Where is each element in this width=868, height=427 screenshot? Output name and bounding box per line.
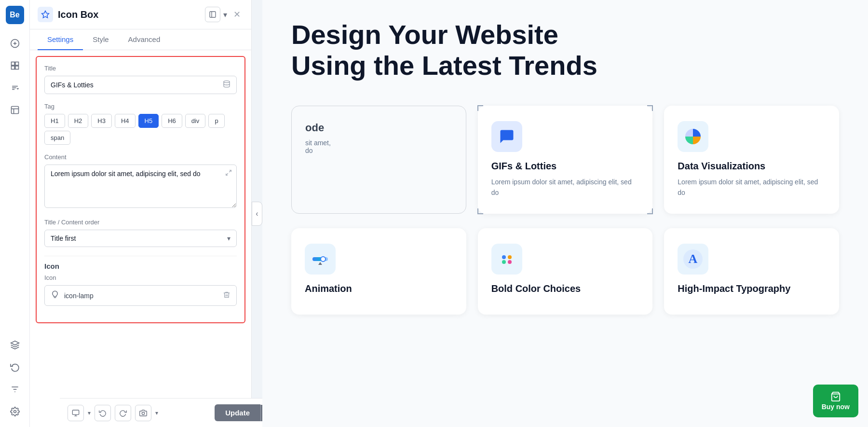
order-select[interactable]: Title first Content first [51,234,227,242]
monitor-arrow[interactable]: ▾ [88,410,91,416]
tab-style[interactable]: Style [83,29,118,50]
order-label: Title / Content order [44,219,237,226]
tag-h4[interactable]: H4 [115,114,136,128]
tag-h5[interactable]: H5 [138,114,159,128]
svg-marker-18 [42,11,49,18]
tag-span[interactable]: span [44,131,70,145]
expand-icon [225,169,232,178]
icon-field-value: icon-lamp [64,292,218,300]
icon-field-group: Icon icon-lamp [44,274,237,306]
svg-point-37 [508,260,512,264]
panel-dropdown-arrow[interactable]: ▾ [223,10,227,19]
tab-advanced[interactable]: Advanced [119,29,170,50]
order-group: Title / Content order Title first Conten… [44,219,237,247]
svg-point-36 [502,260,506,264]
toolbar-widget[interactable] [5,100,25,120]
svg-rect-24 [72,410,79,414]
title-group: Title GIFs & Lotties [44,65,237,94]
database-icon [223,80,231,90]
corner-bl [477,208,483,214]
buy-now-button[interactable]: Buy now [813,385,858,417]
content-textarea-wrapper: Lorem ipsum dolor sit amet, adipiscing e… [44,165,237,210]
left-toolbar: Be [0,0,30,427]
typography-icon-wrapper: A [678,244,708,275]
tag-h1[interactable]: H1 [44,114,65,128]
gifs-card-text: Lorem ipsum dolor sit amet, adipiscing e… [491,177,639,198]
hero-title: Design Your Website Using the Latest Tre… [291,19,629,82]
delete-icon[interactable] [223,291,231,301]
title-input[interactable]: GIFs & Lotties [51,81,223,89]
gifs-card-title: GIFs & Lotties [491,161,639,172]
palette-icon [496,248,517,270]
tag-p[interactable]: p [208,114,224,128]
icon-section-label: Icon [44,256,237,274]
content-textarea[interactable]: Lorem ipsum dolor sit amet, adipiscing e… [44,165,237,208]
icon-field: icon-lamp [44,285,237,306]
tag-h6[interactable]: H6 [162,114,182,128]
svg-point-34 [502,255,506,259]
toolbar-settings[interactable] [5,402,25,421]
bold-color-card: Bold Color Choices [478,228,653,315]
order-select-wrapper: Title first Content first ▾ [44,230,237,247]
svg-point-27 [142,412,144,414]
toolbar-sort[interactable] [5,78,25,97]
card-grid-top: ode sit amet,do GIFs & Lotties Lorem ips… [291,106,839,214]
svg-rect-3 [11,62,14,66]
toolbar-layers[interactable] [5,335,25,355]
svg-rect-5 [11,66,14,69]
panel-layout-btn[interactable] [205,7,220,22]
typography-card: A High-Impact Typography [664,228,839,315]
svg-marker-32 [318,262,322,265]
camera-arrow[interactable]: ▾ [155,410,158,416]
corner-br [647,208,653,214]
bottom-toolbar: ▾ ▾ Update ▾ [60,398,282,427]
icon-field-label: Icon [44,274,237,281]
data-vis-card: Data Visualizations Lorem ipsum dolor si… [664,106,839,214]
tag-h3[interactable]: H3 [91,114,112,128]
tag-buttons: H1 H2 H3 H4 H5 H6 div p span [44,114,237,145]
tag-div[interactable]: div [185,114,206,128]
typography-icon: A [682,248,704,270]
data-vis-icon-wrapper [678,121,708,152]
redo-btn[interactable] [115,405,131,421]
corner-tl [477,105,483,111]
red-border-section: Title GIFs & Lotties Tag H1 H2 H3 H4 H5 [36,56,245,323]
toolbar-add[interactable] [5,34,25,53]
svg-rect-10 [11,107,18,114]
monitor-btn[interactable] [68,405,84,421]
buy-now-label: Buy now [822,403,850,411]
title-input-wrapper: GIFs & Lotties [44,76,237,94]
toolbar-filter[interactable] [5,380,25,399]
slider-icon [310,248,331,270]
panel-content: Title GIFs & Lotties Tag H1 H2 H3 H4 H5 [30,50,251,427]
main-content: Design Your Website Using the Latest Tre… [262,0,868,427]
tag-group: Tag H1 H2 H3 H4 H5 H6 div p span [44,103,237,145]
undo-btn[interactable] [95,405,111,421]
toolbar-history[interactable] [5,358,25,377]
svg-point-21 [224,81,230,83]
update-button[interactable]: Update [215,404,260,421]
bold-color-icon-wrapper [491,244,522,275]
panel-header-icon [38,7,53,22]
panel-collapse-btn[interactable]: ‹ [252,202,262,226]
bulb-icon [51,290,59,301]
tag-h2[interactable]: H2 [68,114,89,128]
chevron-down-icon: ▾ [227,234,231,242]
card-grid-bottom: Animation Bold Color Choices A [291,228,839,315]
svg-line-23 [226,173,228,175]
data-vis-card-text: Lorem ipsum dolor sit amet, adipiscing e… [678,177,826,198]
corner-tr [647,105,653,111]
tab-settings[interactable]: Settings [38,29,83,50]
panel-title: Icon Box [58,9,200,20]
chat-icon [498,128,515,145]
svg-point-35 [508,255,512,259]
data-vis-card-title: Data Visualizations [678,161,826,172]
svg-rect-19 [210,12,216,17]
be-logo: Be [6,6,24,24]
partial-card: ode sit amet,do [291,106,466,214]
panel-close-btn[interactable]: ✕ [230,8,244,21]
toolbar-layout[interactable] [5,56,25,75]
camera-btn[interactable] [135,405,151,421]
icon-section: Icon Icon icon-lamp [44,256,237,306]
partial-card-text: sit amet,do [305,139,452,154]
